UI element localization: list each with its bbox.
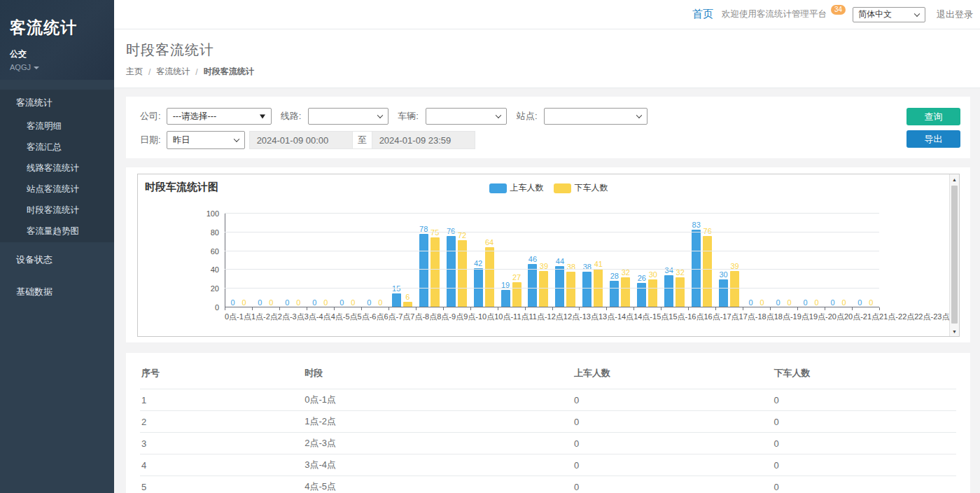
x-axis-tick-label: 6点-7点 [384,312,410,322]
home-link[interactable]: 首页 [692,8,713,21]
date-start-input[interactable]: 2024-01-09 00:00 [249,131,353,149]
table-row: 43点-4点00 [140,454,956,476]
bar-group: 00 [307,214,334,307]
bar[interactable] [621,277,630,307]
line-label: 线路: [281,110,302,123]
sidebar-item-station-stats[interactable]: 站点客流统计 [0,179,114,200]
chevron-down-icon [377,113,383,118]
scroll-up-arrow[interactable]: ▲ [950,174,959,184]
sidebar-item-passenger-detail[interactable]: 客流明细 [0,116,114,137]
filter-panel: 公司: ---请选择--- 线路: 车辆: 站点: [126,97,970,158]
bar[interactable] [555,266,564,307]
query-button[interactable]: 查询 [906,108,960,125]
bar[interactable] [676,277,685,307]
table-cell: 5 [140,476,303,493]
logout-link[interactable]: 退出登录 [937,8,973,21]
table-cell: 0 [773,389,956,411]
bar[interactable] [419,234,428,307]
company-select[interactable]: ---请选择--- [167,108,272,125]
bar[interactable] [528,264,537,307]
bar[interactable] [512,282,522,307]
legend-item-alighting[interactable]: 下车人数 [554,182,608,194]
bar-group: 00 [334,214,361,307]
bar-group: 00 [361,214,388,307]
line-select[interactable] [308,108,388,125]
chart-panel: 时段车流统计图 上车人数 下车人数 0000000000001567875767… [126,167,970,342]
user-dropdown[interactable]: AQGJ [10,63,104,71]
filter-row-1: 公司: ---请选择--- 线路: 车辆: 站点: [140,107,886,125]
x-axis-tick-label: 16点-17点 [704,312,738,322]
date-end-input[interactable]: 2024-01-09 23:59 [372,131,475,149]
date-preset-value: 昨日 [173,134,190,146]
sidebar-item-period-stats[interactable]: 时段客流统计 [0,200,114,221]
export-button[interactable]: 导出 [906,130,960,148]
gridline [225,213,879,214]
x-axis-tick [661,307,662,310]
chevron-down-icon [914,11,920,16]
bar-wrap: 41 [594,260,603,307]
bar[interactable] [501,290,510,307]
date-preset-select[interactable]: 昨日 [167,131,245,149]
language-select[interactable]: 简体中文 [853,7,925,22]
date-label: 日期: [140,134,161,146]
bar-value-label: 28 [610,272,619,280]
bar[interactable] [430,237,440,308]
bar[interactable] [447,236,456,307]
notification-badge[interactable]: 34 [831,5,846,15]
x-axis-tick [443,307,444,310]
chart-scrollbar[interactable]: ▲ ▼ [949,174,959,336]
user-name: AQGJ [10,63,31,71]
sidebar-item-passenger-stats[interactable]: 客流统计 [0,90,114,116]
bar[interactable] [730,271,739,307]
bar-value-label: 0 [269,298,273,307]
table-cell: 0点-1点 [303,389,573,411]
scroll-down-arrow[interactable]: ▼ [950,326,959,336]
legend-item-boarding[interactable]: 上车人数 [489,182,544,194]
plot-bars: 0000000000001567875767242641927463944383… [225,214,879,307]
bar[interactable] [664,275,673,307]
x-axis-tick-label: 0点-1点 [225,312,251,322]
bar-group: 00 [797,214,825,307]
bar-group: 7672 [443,214,470,307]
bar[interactable] [566,272,575,307]
x-axis-tick [307,307,307,310]
bar[interactable] [582,272,592,307]
sidebar-item-device-status[interactable]: 设备状态 [0,245,114,275]
bar-value-label: 0 [340,298,344,307]
x-axis-tick [797,307,798,310]
bar[interactable] [648,279,657,307]
bar-group: 4639 [524,214,552,307]
bar-wrap: 26 [637,274,646,307]
bar-group: 3432 [661,214,688,307]
bar[interactable] [610,281,619,307]
bar-value-label: 0 [803,298,807,307]
bar[interactable] [719,279,728,307]
sidebar-item-trend-chart[interactable]: 客流量趋势图 [0,221,114,242]
breadcrumb-home[interactable]: 主页 [126,66,143,78]
x-axis-tick-label: 4点-5点 [331,312,358,322]
bar[interactable] [637,283,646,307]
date-to-label: 至 [353,131,372,149]
table-body: 10点-1点0021点-2点0032点-3点0043点-4点0054点-5点00… [140,389,956,493]
bar-value-label: 44 [556,257,564,265]
vehicle-select[interactable] [426,108,507,125]
sidebar-item-base-data[interactable]: 基础数据 [0,277,114,307]
y-axis-tick-label: 20 [188,284,219,293]
bar-value-label: 30 [720,270,728,279]
bar-wrap: 76 [447,227,456,307]
bar[interactable] [485,247,494,307]
x-axis-tick-label: 19点-20点 [809,312,844,322]
station-select[interactable] [544,108,648,125]
bar[interactable] [703,236,712,307]
bar[interactable] [392,293,401,307]
table-row: 10点-1点00 [140,389,956,411]
scrollbar-thumb[interactable] [951,186,958,324]
bar[interactable] [539,271,548,307]
bar-value-label: 26 [638,274,646,282]
bar[interactable] [692,230,701,307]
bar-value-label: 0 [869,298,873,307]
sidebar-item-line-stats[interactable]: 线路客流统计 [0,158,114,179]
breadcrumb-passenger-stats[interactable]: 客流统计 [156,66,190,78]
sidebar-item-passenger-summary[interactable]: 客流汇总 [0,137,114,158]
legend-swatch-yellow [554,183,571,193]
